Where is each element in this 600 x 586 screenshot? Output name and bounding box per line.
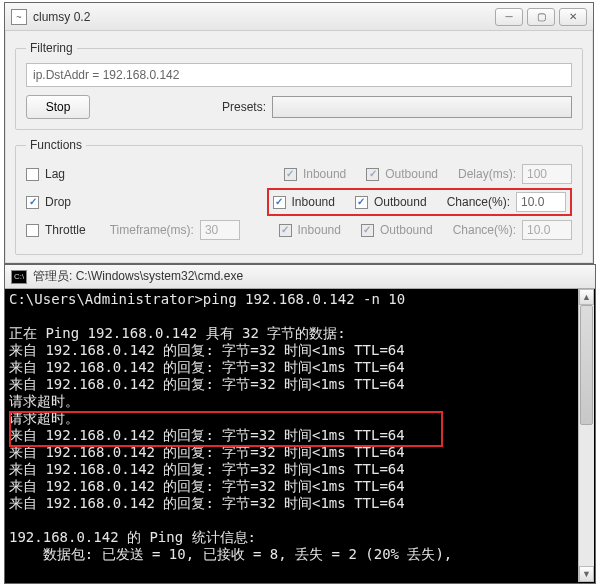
lag-outbound-label: Outbound [385,167,438,181]
scroll-track[interactable] [579,305,594,566]
throttle-row: Throttle Timeframe(ms): ✓ Inbound ✓ Outb… [26,216,572,244]
drop-highlight: ✓ Inbound ✓ Outbound Chance(%): [267,188,572,216]
titlebar[interactable]: ~ clumsy 0.2 ─ ▢ ✕ [5,3,593,31]
clumsy-window: ~ clumsy 0.2 ─ ▢ ✕ Filtering Stop Preset… [4,2,594,264]
maximize-button[interactable]: ▢ [527,8,555,26]
lag-outbound-checkbox[interactable]: ✓ [366,168,379,181]
lag-param-label: Delay(ms): [458,167,516,181]
lag-row: Lag ✓ Inbound ✓ Outbound Delay(ms): [26,160,572,188]
cmd-scrollbar[interactable]: ▲ ▼ [578,289,594,582]
drop-inbound-checkbox[interactable]: ✓ [273,196,286,209]
lag-label: Lag [45,167,65,181]
cmd-timeout-highlight [9,411,443,447]
throttle-param-label: Chance(%): [453,223,516,237]
cmd-icon: C:\ [11,270,27,284]
throttle-param-input[interactable] [522,220,572,240]
throttle-label: Throttle [45,223,86,237]
drop-param-label: Chance(%): [447,195,510,209]
stop-button[interactable]: Stop [26,95,90,119]
scroll-thumb[interactable] [580,305,593,425]
filtering-legend: Filtering [26,41,77,55]
client-area: Filtering Stop Presets: Functions Lag ✓ … [5,31,593,273]
window-title: clumsy 0.2 [33,10,90,24]
presets-select[interactable] [272,96,572,118]
lag-checkbox[interactable] [26,168,39,181]
throttle-checkbox[interactable] [26,224,39,237]
lag-inbound-checkbox[interactable]: ✓ [284,168,297,181]
cmd-title-text: 管理员: C:\Windows\system32\cmd.exe [33,268,243,285]
drop-label: Drop [45,195,71,209]
drop-row: ✓ Drop ✓ Inbound ✓ Outbound Chance(%): [26,188,572,216]
throttle-inbound-checkbox[interactable]: ✓ [279,224,292,237]
functions-group: Functions Lag ✓ Inbound ✓ Outbound Delay… [15,138,583,255]
scroll-up-button[interactable]: ▲ [579,289,594,305]
filtering-group: Filtering Stop Presets: [15,41,583,130]
throttle-tf-input[interactable] [200,220,240,240]
presets-label: Presets: [222,100,266,114]
lag-param-input[interactable] [522,164,572,184]
cmd-window: C:\ 管理员: C:\Windows\system32\cmd.exe C:\… [4,264,596,584]
drop-inbound-label: Inbound [292,195,335,209]
lag-inbound-label: Inbound [303,167,346,181]
drop-outbound-label: Outbound [374,195,427,209]
drop-checkbox[interactable]: ✓ [26,196,39,209]
minimize-button[interactable]: ─ [495,8,523,26]
throttle-inbound-label: Inbound [298,223,341,237]
functions-legend: Functions [26,138,86,152]
throttle-outbound-label: Outbound [380,223,433,237]
close-button[interactable]: ✕ [559,8,587,26]
scroll-down-button[interactable]: ▼ [579,566,594,582]
app-icon: ~ [11,9,27,25]
drop-outbound-checkbox[interactable]: ✓ [355,196,368,209]
filter-expression-input[interactable] [26,63,572,87]
throttle-tf-label: Timeframe(ms): [110,223,194,237]
cmd-titlebar[interactable]: C:\ 管理员: C:\Windows\system32\cmd.exe [5,265,595,289]
throttle-outbound-checkbox[interactable]: ✓ [361,224,374,237]
drop-param-input[interactable] [516,192,566,212]
